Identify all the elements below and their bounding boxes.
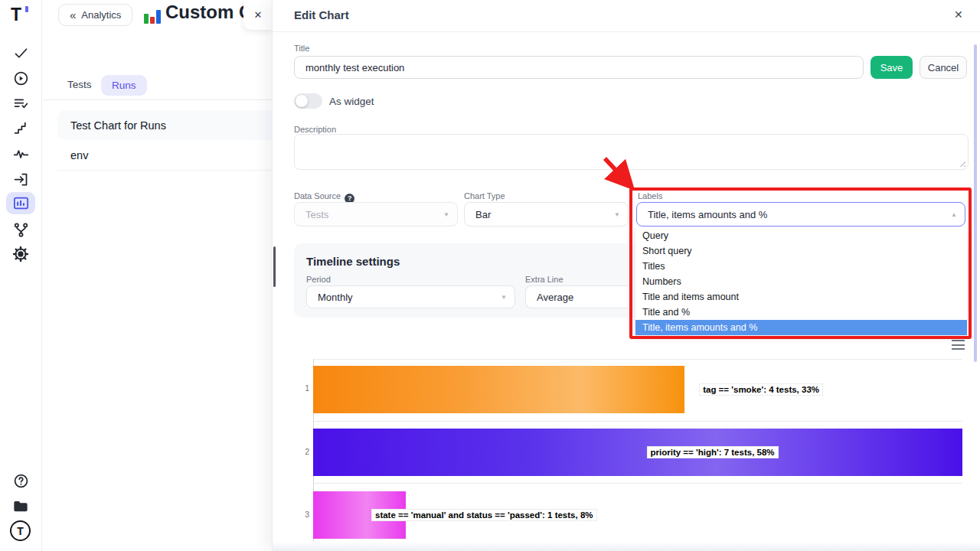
option-title-items-amount[interactable]: Title and items amount [635, 289, 967, 305]
labels-options-list: Query Short query Titles Numbers Title a… [635, 228, 968, 335]
labels-label: Labels [638, 191, 662, 201]
bar-row-2: priority == 'high': 7 tests, 58% [313, 429, 962, 476]
edit-chart-panel: Edit Chart ✕ Title Save Cancel As widget… [272, 0, 980, 551]
option-query[interactable]: Query [635, 228, 967, 243]
steps-icon[interactable] [11, 119, 30, 138]
tab-tests[interactable]: Tests [67, 79, 92, 90]
bar-label: tag == 'smoke': 4 tests, 33% [699, 383, 823, 396]
option-title-and-percent[interactable]: Title and % [635, 305, 967, 320]
close-panel-icon[interactable]: ✕ [954, 8, 963, 21]
title-field-label: Title [294, 44, 309, 53]
back-to-analytics-button[interactable]: « Analytics [58, 4, 132, 26]
toggle-knob [296, 95, 308, 107]
cancel-button[interactable]: Cancel [920, 56, 967, 79]
runs-play-icon[interactable] [11, 69, 30, 87]
chart-type-select[interactable]: Bar ▼ [464, 202, 629, 227]
chevrons-left-icon: « [70, 8, 76, 21]
bar-row-1: tag == 'smoke': 4 tests, 33% [313, 366, 962, 413]
labels-select[interactable]: Title, items amounts and % ▲ [636, 202, 965, 227]
caret-down-icon: ▼ [443, 211, 449, 218]
chart-menu-icon[interactable] [952, 340, 965, 350]
option-numbers[interactable]: Numbers [635, 274, 967, 289]
page-title: Custom Ch [165, 2, 244, 23]
help-icon[interactable] [11, 471, 30, 490]
custom-charts-pane: « Analytics Custom Ch ✕ Tests Runs Test … [43, 0, 272, 551]
as-widget-toggle[interactable] [294, 93, 322, 109]
bar-label: state == 'manual' and status == 'passed'… [371, 509, 597, 521]
option-titles[interactable]: Titles [635, 259, 967, 274]
caret-down-icon: ▼ [501, 294, 507, 301]
list-item-test-chart-for-runs[interactable]: Test Chart for Runs [57, 110, 273, 140]
row-number: 2 [294, 447, 309, 456]
bar-chart-colored-icon [143, 7, 162, 24]
divider [43, 99, 272, 100]
bar-chart: 1 tag == 'smoke': 4 tests, 33% 2 priorit… [273, 352, 980, 545]
close-custom-charts-icon[interactable]: ✕ [243, 0, 273, 30]
period-label: Period [306, 275, 331, 284]
back-button-label: Analytics [81, 9, 121, 21]
tests-check-icon[interactable] [11, 44, 30, 62]
tab-runs[interactable]: Runs [101, 75, 147, 96]
panel-scrollbar[interactable] [974, 44, 977, 362]
projects-folder-icon[interactable] [11, 497, 30, 515]
import-icon[interactable] [11, 170, 30, 188]
chart-type-label: Chart Type [464, 191, 505, 201]
resize-grip-icon[interactable] [958, 159, 965, 167]
extra-line-label: Extra Line [525, 275, 564, 284]
bar-row-3: state == 'manual' and status == 'passed'… [313, 491, 962, 539]
caret-up-icon: ▲ [951, 211, 957, 218]
app-sidebar: T T [0, 0, 42, 551]
app-logo-icon[interactable]: T [11, 5, 21, 25]
option-short-query[interactable]: Short query [635, 243, 967, 259]
list-item-env[interactable]: env [57, 141, 273, 171]
timeline-settings-heading: Timeline settings [306, 255, 400, 268]
data-source-select[interactable]: Tests ▼ [294, 202, 458, 227]
chart-title-input[interactable] [294, 56, 864, 79]
save-button[interactable]: Save [871, 56, 913, 79]
panel-resize-handle[interactable] [273, 246, 276, 287]
logo-accent [25, 6, 28, 12]
caret-down-icon: ▼ [614, 211, 620, 218]
panel-title: Edit Chart [294, 8, 349, 21]
row-number: 3 [294, 510, 309, 519]
profile-logo-icon[interactable]: T [10, 520, 31, 541]
as-widget-label: As widget [329, 96, 374, 107]
test-plans-icon[interactable] [11, 94, 30, 112]
sidebar-item-analytics-active[interactable] [6, 192, 35, 214]
extra-line-select[interactable]: Average [525, 285, 629, 308]
branches-icon[interactable] [11, 220, 30, 239]
bar-smoke[interactable] [313, 366, 684, 413]
bar-label: priority == 'high': 7 tests, 58% [646, 446, 778, 458]
settings-gear-icon[interactable] [11, 245, 30, 263]
bar-priority-high[interactable] [313, 429, 962, 476]
period-select[interactable]: Monthly ▼ [306, 285, 515, 308]
option-title-items-amounts-percent-selected[interactable]: Title, items amounts and % [635, 320, 967, 335]
row-number: 1 [294, 383, 309, 393]
description-label: Description [294, 125, 336, 134]
divider [273, 31, 980, 32]
pulse-activity-icon[interactable] [11, 145, 30, 163]
description-textarea[interactable] [294, 134, 969, 170]
panel-bottom-fade [273, 542, 980, 551]
